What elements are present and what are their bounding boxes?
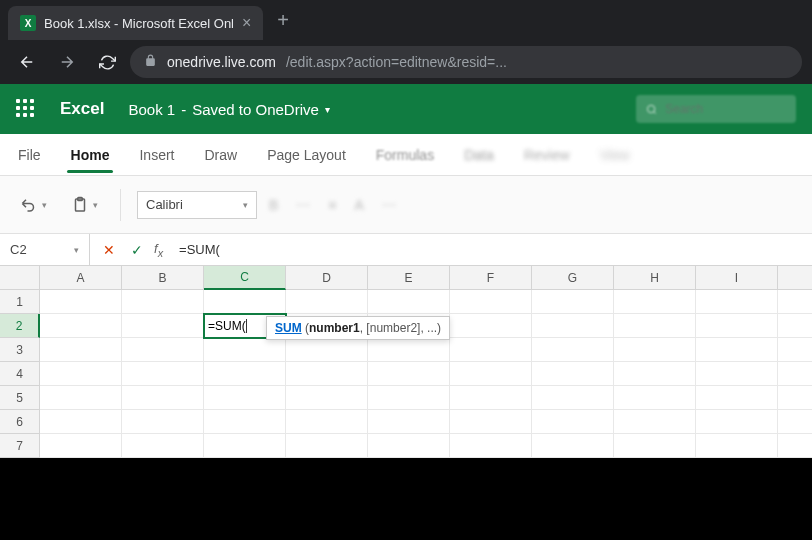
tab-insert[interactable]: Insert <box>133 137 180 173</box>
tab-review[interactable]: Review <box>518 137 576 173</box>
cell[interactable] <box>286 386 368 410</box>
row-header[interactable]: 7 <box>0 434 40 458</box>
formula-input[interactable] <box>175 242 812 257</box>
cell[interactable] <box>286 290 368 314</box>
tab-view[interactable]: View <box>594 137 636 173</box>
cell[interactable] <box>368 290 450 314</box>
column-header[interactable]: E <box>368 266 450 290</box>
cell[interactable] <box>696 410 778 434</box>
row-header[interactable]: 4 <box>0 362 40 386</box>
cell[interactable] <box>696 362 778 386</box>
cell[interactable] <box>122 290 204 314</box>
cell[interactable] <box>778 362 812 386</box>
cell[interactable] <box>204 338 286 362</box>
cell[interactable] <box>778 410 812 434</box>
cell[interactable] <box>40 410 122 434</box>
cell[interactable] <box>122 314 204 338</box>
cell[interactable] <box>40 434 122 458</box>
cell[interactable] <box>122 386 204 410</box>
cell[interactable] <box>778 338 812 362</box>
close-icon[interactable]: × <box>242 14 251 32</box>
tab-data[interactable]: Data <box>458 137 500 173</box>
cell[interactable] <box>532 410 614 434</box>
cell[interactable] <box>40 314 122 338</box>
cell[interactable] <box>40 338 122 362</box>
cell[interactable] <box>122 434 204 458</box>
cell[interactable] <box>368 338 450 362</box>
column-header[interactable]: I <box>696 266 778 290</box>
cell[interactable] <box>778 386 812 410</box>
cell[interactable] <box>614 410 696 434</box>
search-input[interactable] <box>665 102 786 116</box>
row-header[interactable]: 1 <box>0 290 40 314</box>
cell[interactable] <box>532 338 614 362</box>
cell[interactable] <box>532 314 614 338</box>
column-header[interactable]: A <box>40 266 122 290</box>
cell[interactable] <box>696 314 778 338</box>
cell[interactable] <box>614 362 696 386</box>
cell[interactable] <box>450 410 532 434</box>
cell[interactable] <box>204 434 286 458</box>
cell[interactable] <box>286 338 368 362</box>
accept-formula-button[interactable]: ✓ <box>124 237 150 263</box>
cell[interactable] <box>450 434 532 458</box>
name-box[interactable]: C2 ▾ <box>0 234 90 265</box>
cell[interactable] <box>368 362 450 386</box>
cell[interactable] <box>614 338 696 362</box>
cell[interactable] <box>286 434 368 458</box>
cell[interactable] <box>614 314 696 338</box>
app-launcher-icon[interactable] <box>16 99 36 119</box>
cell[interactable] <box>122 362 204 386</box>
tooltip-fn-link[interactable]: SUM <box>275 321 302 335</box>
cell[interactable] <box>778 290 812 314</box>
cell[interactable] <box>450 290 532 314</box>
cell[interactable] <box>450 338 532 362</box>
column-header[interactable]: C <box>204 266 286 290</box>
column-header[interactable]: B <box>122 266 204 290</box>
tab-home[interactable]: Home <box>65 137 116 173</box>
tab-file[interactable]: File <box>12 137 47 173</box>
cell[interactable] <box>696 434 778 458</box>
cell[interactable] <box>204 410 286 434</box>
cell[interactable] <box>696 290 778 314</box>
column-header[interactable]: J <box>778 266 812 290</box>
browser-tab[interactable]: X Book 1.xlsx - Microsoft Excel Onl × <box>8 6 263 40</box>
fx-icon[interactable]: fx <box>154 241 163 259</box>
cell[interactable] <box>450 362 532 386</box>
cell[interactable] <box>286 410 368 434</box>
column-header[interactable]: G <box>532 266 614 290</box>
column-header[interactable]: H <box>614 266 696 290</box>
tab-draw[interactable]: Draw <box>198 137 243 173</box>
row-header[interactable]: 5 <box>0 386 40 410</box>
cell[interactable] <box>40 386 122 410</box>
cancel-formula-button[interactable]: ✕ <box>96 237 122 263</box>
cell[interactable] <box>204 386 286 410</box>
column-header[interactable]: D <box>286 266 368 290</box>
cell[interactable] <box>532 362 614 386</box>
back-button[interactable] <box>10 45 44 79</box>
cell[interactable] <box>286 362 368 386</box>
forward-button[interactable] <box>50 45 84 79</box>
cell[interactable] <box>368 410 450 434</box>
row-header[interactable]: 6 <box>0 410 40 434</box>
undo-button[interactable]: ▾ <box>14 192 53 218</box>
cell[interactable] <box>614 386 696 410</box>
cell[interactable] <box>450 314 532 338</box>
row-header[interactable]: 2 <box>0 314 40 338</box>
font-selector[interactable]: Calibri ▾ <box>137 191 257 219</box>
cell[interactable] <box>614 434 696 458</box>
cell[interactable] <box>122 410 204 434</box>
cell[interactable] <box>368 434 450 458</box>
tab-page-layout[interactable]: Page Layout <box>261 137 352 173</box>
new-tab-button[interactable]: + <box>277 9 289 32</box>
reload-button[interactable] <box>90 45 124 79</box>
url-box[interactable]: onedrive.live.com /edit.aspx?action=edit… <box>130 46 802 78</box>
cell[interactable] <box>368 386 450 410</box>
cell[interactable] <box>696 386 778 410</box>
cell[interactable] <box>204 362 286 386</box>
cell[interactable] <box>532 290 614 314</box>
cell[interactable] <box>778 434 812 458</box>
select-all-corner[interactable] <box>0 266 40 290</box>
cell[interactable] <box>450 386 532 410</box>
row-header[interactable]: 3 <box>0 338 40 362</box>
